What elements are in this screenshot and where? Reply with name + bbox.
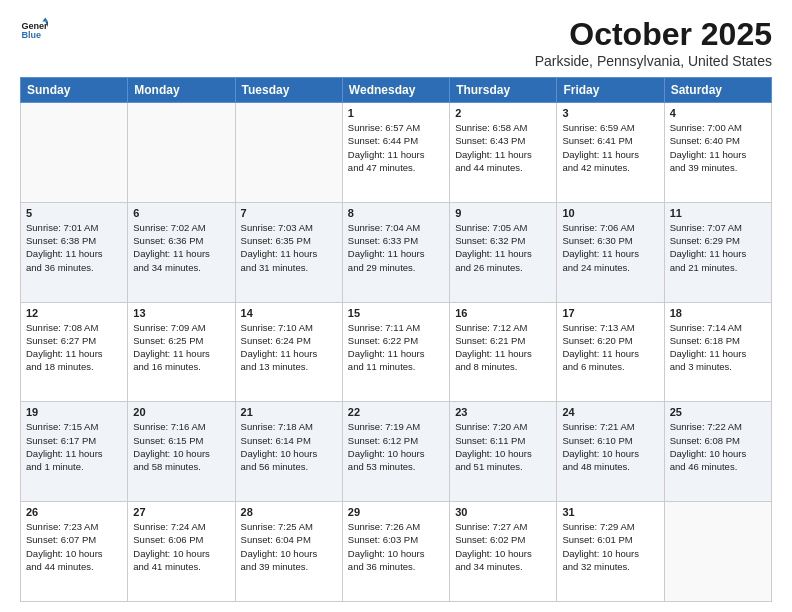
day-info-4: Sunrise: 7:00 AM Sunset: 6:40 PM Dayligh… (670, 121, 766, 174)
day-number-6: 6 (133, 207, 229, 219)
calendar-cell-w3d6: 17Sunrise: 7:13 AM Sunset: 6:20 PM Dayli… (557, 302, 664, 402)
calendar-cell-w1d6: 3Sunrise: 6:59 AM Sunset: 6:41 PM Daylig… (557, 103, 664, 203)
day-number-8: 8 (348, 207, 444, 219)
calendar-cell-w5d3: 28Sunrise: 7:25 AM Sunset: 6:04 PM Dayli… (235, 502, 342, 602)
day-number-28: 28 (241, 506, 337, 518)
week-row-1: 1Sunrise: 6:57 AM Sunset: 6:44 PM Daylig… (21, 103, 772, 203)
svg-marker-2 (42, 17, 48, 21)
header: General Blue October 2025 Parkside, Penn… (20, 16, 772, 69)
day-number-18: 18 (670, 307, 766, 319)
calendar-cell-w3d7: 18Sunrise: 7:14 AM Sunset: 6:18 PM Dayli… (664, 302, 771, 402)
main-title: October 2025 (535, 16, 772, 53)
day-number-17: 17 (562, 307, 658, 319)
day-info-2: Sunrise: 6:58 AM Sunset: 6:43 PM Dayligh… (455, 121, 551, 174)
calendar-table: Sunday Monday Tuesday Wednesday Thursday… (20, 77, 772, 602)
day-info-24: Sunrise: 7:21 AM Sunset: 6:10 PM Dayligh… (562, 420, 658, 473)
day-info-18: Sunrise: 7:14 AM Sunset: 6:18 PM Dayligh… (670, 321, 766, 374)
day-info-14: Sunrise: 7:10 AM Sunset: 6:24 PM Dayligh… (241, 321, 337, 374)
calendar-cell-w5d6: 31Sunrise: 7:29 AM Sunset: 6:01 PM Dayli… (557, 502, 664, 602)
day-number-15: 15 (348, 307, 444, 319)
day-info-29: Sunrise: 7:26 AM Sunset: 6:03 PM Dayligh… (348, 520, 444, 573)
calendar-cell-w5d1: 26Sunrise: 7:23 AM Sunset: 6:07 PM Dayli… (21, 502, 128, 602)
day-info-7: Sunrise: 7:03 AM Sunset: 6:35 PM Dayligh… (241, 221, 337, 274)
header-wednesday: Wednesday (342, 78, 449, 103)
calendar-cell-w5d2: 27Sunrise: 7:24 AM Sunset: 6:06 PM Dayli… (128, 502, 235, 602)
day-number-27: 27 (133, 506, 229, 518)
calendar-cell-w1d4: 1Sunrise: 6:57 AM Sunset: 6:44 PM Daylig… (342, 103, 449, 203)
header-tuesday: Tuesday (235, 78, 342, 103)
calendar-cell-w1d1 (21, 103, 128, 203)
day-info-25: Sunrise: 7:22 AM Sunset: 6:08 PM Dayligh… (670, 420, 766, 473)
day-info-31: Sunrise: 7:29 AM Sunset: 6:01 PM Dayligh… (562, 520, 658, 573)
svg-text:General: General (21, 21, 48, 31)
day-info-1: Sunrise: 6:57 AM Sunset: 6:44 PM Dayligh… (348, 121, 444, 174)
day-info-3: Sunrise: 6:59 AM Sunset: 6:41 PM Dayligh… (562, 121, 658, 174)
calendar-cell-w1d5: 2Sunrise: 6:58 AM Sunset: 6:43 PM Daylig… (450, 103, 557, 203)
calendar-cell-w1d2 (128, 103, 235, 203)
day-info-28: Sunrise: 7:25 AM Sunset: 6:04 PM Dayligh… (241, 520, 337, 573)
day-number-12: 12 (26, 307, 122, 319)
page: General Blue October 2025 Parkside, Penn… (0, 0, 792, 612)
day-number-20: 20 (133, 406, 229, 418)
day-number-29: 29 (348, 506, 444, 518)
day-number-2: 2 (455, 107, 551, 119)
header-monday: Monday (128, 78, 235, 103)
calendar-cell-w3d3: 14Sunrise: 7:10 AM Sunset: 6:24 PM Dayli… (235, 302, 342, 402)
day-info-8: Sunrise: 7:04 AM Sunset: 6:33 PM Dayligh… (348, 221, 444, 274)
calendar-cell-w3d2: 13Sunrise: 7:09 AM Sunset: 6:25 PM Dayli… (128, 302, 235, 402)
calendar-cell-w4d5: 23Sunrise: 7:20 AM Sunset: 6:11 PM Dayli… (450, 402, 557, 502)
day-number-5: 5 (26, 207, 122, 219)
calendar-cell-w2d1: 5Sunrise: 7:01 AM Sunset: 6:38 PM Daylig… (21, 202, 128, 302)
day-info-22: Sunrise: 7:19 AM Sunset: 6:12 PM Dayligh… (348, 420, 444, 473)
day-info-13: Sunrise: 7:09 AM Sunset: 6:25 PM Dayligh… (133, 321, 229, 374)
calendar-cell-w4d2: 20Sunrise: 7:16 AM Sunset: 6:15 PM Dayli… (128, 402, 235, 502)
week-row-3: 12Sunrise: 7:08 AM Sunset: 6:27 PM Dayli… (21, 302, 772, 402)
header-thursday: Thursday (450, 78, 557, 103)
header-saturday: Saturday (664, 78, 771, 103)
day-info-5: Sunrise: 7:01 AM Sunset: 6:38 PM Dayligh… (26, 221, 122, 274)
day-info-12: Sunrise: 7:08 AM Sunset: 6:27 PM Dayligh… (26, 321, 122, 374)
day-number-3: 3 (562, 107, 658, 119)
day-number-26: 26 (26, 506, 122, 518)
calendar-cell-w2d3: 7Sunrise: 7:03 AM Sunset: 6:35 PM Daylig… (235, 202, 342, 302)
day-number-21: 21 (241, 406, 337, 418)
day-info-10: Sunrise: 7:06 AM Sunset: 6:30 PM Dayligh… (562, 221, 658, 274)
day-number-31: 31 (562, 506, 658, 518)
calendar-cell-w2d5: 9Sunrise: 7:05 AM Sunset: 6:32 PM Daylig… (450, 202, 557, 302)
day-info-23: Sunrise: 7:20 AM Sunset: 6:11 PM Dayligh… (455, 420, 551, 473)
day-number-24: 24 (562, 406, 658, 418)
day-info-26: Sunrise: 7:23 AM Sunset: 6:07 PM Dayligh… (26, 520, 122, 573)
calendar-cell-w2d6: 10Sunrise: 7:06 AM Sunset: 6:30 PM Dayli… (557, 202, 664, 302)
header-friday: Friday (557, 78, 664, 103)
title-block: October 2025 Parkside, Pennsylvania, Uni… (535, 16, 772, 69)
calendar-cell-w4d4: 22Sunrise: 7:19 AM Sunset: 6:12 PM Dayli… (342, 402, 449, 502)
calendar-cell-w5d5: 30Sunrise: 7:27 AM Sunset: 6:02 PM Dayli… (450, 502, 557, 602)
calendar-cell-w5d4: 29Sunrise: 7:26 AM Sunset: 6:03 PM Dayli… (342, 502, 449, 602)
day-info-9: Sunrise: 7:05 AM Sunset: 6:32 PM Dayligh… (455, 221, 551, 274)
day-number-16: 16 (455, 307, 551, 319)
day-number-11: 11 (670, 207, 766, 219)
day-number-14: 14 (241, 307, 337, 319)
week-row-2: 5Sunrise: 7:01 AM Sunset: 6:38 PM Daylig… (21, 202, 772, 302)
day-number-7: 7 (241, 207, 337, 219)
calendar-cell-w3d5: 16Sunrise: 7:12 AM Sunset: 6:21 PM Dayli… (450, 302, 557, 402)
day-info-16: Sunrise: 7:12 AM Sunset: 6:21 PM Dayligh… (455, 321, 551, 374)
calendar-cell-w3d1: 12Sunrise: 7:08 AM Sunset: 6:27 PM Dayli… (21, 302, 128, 402)
calendar-cell-w2d7: 11Sunrise: 7:07 AM Sunset: 6:29 PM Dayli… (664, 202, 771, 302)
day-number-13: 13 (133, 307, 229, 319)
calendar-cell-w4d6: 24Sunrise: 7:21 AM Sunset: 6:10 PM Dayli… (557, 402, 664, 502)
day-info-21: Sunrise: 7:18 AM Sunset: 6:14 PM Dayligh… (241, 420, 337, 473)
day-info-11: Sunrise: 7:07 AM Sunset: 6:29 PM Dayligh… (670, 221, 766, 274)
day-info-20: Sunrise: 7:16 AM Sunset: 6:15 PM Dayligh… (133, 420, 229, 473)
day-number-4: 4 (670, 107, 766, 119)
day-info-30: Sunrise: 7:27 AM Sunset: 6:02 PM Dayligh… (455, 520, 551, 573)
logo: General Blue (20, 16, 48, 44)
logo-icon: General Blue (20, 16, 48, 44)
calendar-cell-w4d7: 25Sunrise: 7:22 AM Sunset: 6:08 PM Dayli… (664, 402, 771, 502)
day-number-10: 10 (562, 207, 658, 219)
calendar-cell-w3d4: 15Sunrise: 7:11 AM Sunset: 6:22 PM Dayli… (342, 302, 449, 402)
week-row-4: 19Sunrise: 7:15 AM Sunset: 6:17 PM Dayli… (21, 402, 772, 502)
calendar-cell-w2d4: 8Sunrise: 7:04 AM Sunset: 6:33 PM Daylig… (342, 202, 449, 302)
day-info-27: Sunrise: 7:24 AM Sunset: 6:06 PM Dayligh… (133, 520, 229, 573)
week-row-5: 26Sunrise: 7:23 AM Sunset: 6:07 PM Dayli… (21, 502, 772, 602)
